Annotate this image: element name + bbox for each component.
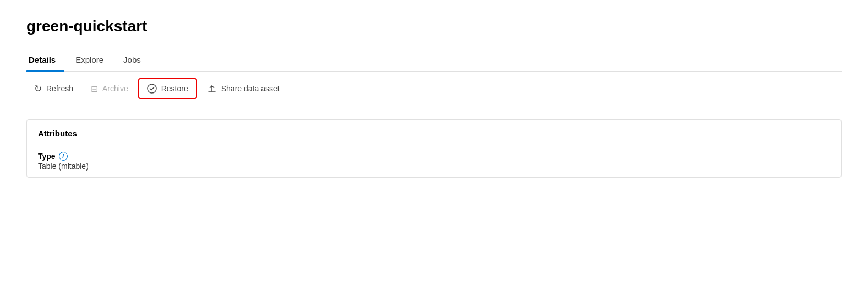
svg-point-0 [148, 84, 156, 93]
tabs-container: Details Explore Jobs [26, 51, 842, 72]
tab-explore[interactable]: Explore [73, 51, 112, 71]
archive-label: Archive [102, 84, 128, 93]
archive-icon [91, 84, 98, 94]
tab-jobs[interactable]: Jobs [121, 51, 150, 71]
share-data-asset-button[interactable]: Share data asset [199, 79, 287, 98]
attributes-type-row: Type i Table (mltable) [27, 145, 841, 177]
content-area: Attributes Type i Table (mltable) [26, 119, 842, 286]
restore-icon [147, 84, 157, 94]
refresh-button[interactable]: Refresh [26, 79, 81, 99]
share-label: Share data asset [221, 84, 280, 93]
refresh-label: Refresh [46, 84, 73, 93]
share-icon [207, 84, 217, 94]
refresh-icon [34, 83, 42, 95]
restore-button[interactable]: Restore [138, 78, 197, 99]
type-info-icon[interactable]: i [59, 152, 68, 161]
restore-label: Restore [161, 84, 188, 93]
type-label: Type i [38, 152, 830, 161]
tab-details[interactable]: Details [26, 51, 64, 71]
attributes-section: Attributes Type i Table (mltable) [26, 119, 842, 178]
toolbar: Refresh Archive Restore [26, 72, 842, 106]
type-value: Table (mltable) [38, 162, 830, 170]
archive-button[interactable]: Archive [83, 79, 136, 98]
attributes-header: Attributes [27, 120, 841, 145]
page-title: green-quickstart [26, 18, 842, 35]
page-container: green-quickstart Details Explore Jobs Re… [0, 0, 868, 286]
